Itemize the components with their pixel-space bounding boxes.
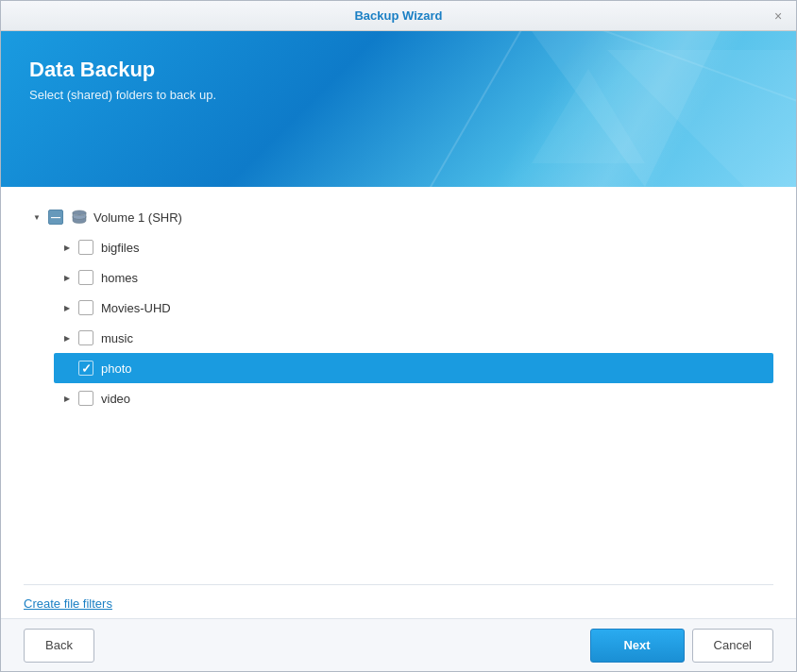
tree-toggle-video[interactable] bbox=[59, 391, 75, 406]
tree-toggle-homes[interactable] bbox=[59, 270, 75, 285]
tree-toggle-music[interactable] bbox=[59, 330, 75, 345]
tree-label-movies-uhd: Movies-UHD bbox=[101, 301, 171, 315]
right-button-group: Next Cancel bbox=[590, 629, 773, 663]
tree-checkbox-bigfiles[interactable] bbox=[78, 240, 93, 255]
banner: Data Backup Select (shared) folders to b… bbox=[1, 31, 796, 187]
tree-item-movies-uhd[interactable]: Movies-UHD bbox=[54, 293, 773, 323]
tree-toggle-volume[interactable] bbox=[29, 210, 44, 225]
dialog-title: Backup Wizard bbox=[354, 8, 442, 23]
tree-item-bigfiles[interactable]: bigfiles bbox=[54, 232, 773, 262]
tree-checkbox-movies-uhd[interactable] bbox=[78, 300, 93, 315]
tree-label-volume: Volume 1 (SHR) bbox=[93, 210, 182, 225]
tree-checkbox-homes[interactable] bbox=[78, 270, 93, 285]
tree-item-music[interactable]: music bbox=[54, 323, 773, 353]
tree-item-volume[interactable]: Volume 1 (SHR) bbox=[24, 202, 773, 232]
content-area: Volume 1 (SHR) bigfileshomesMovies-UHDmu… bbox=[1, 187, 796, 584]
tree-children-volume: bigfileshomesMovies-UHDmusicphotovideo bbox=[24, 232, 773, 413]
tree-label-photo: photo bbox=[101, 361, 132, 376]
banner-subtitle: Select (shared) folders to back up. bbox=[29, 88, 768, 102]
tree-label-bigfiles: bigfiles bbox=[101, 241, 139, 255]
tree-toggle-bigfiles[interactable] bbox=[59, 240, 75, 255]
tree-label-video: video bbox=[101, 392, 130, 406]
next-button[interactable]: Next bbox=[590, 629, 685, 663]
tree-item-video[interactable]: video bbox=[54, 383, 773, 413]
svg-point-0 bbox=[73, 210, 86, 215]
banner-title: Data Backup bbox=[29, 58, 768, 82]
footer-link-area: Create file filters bbox=[1, 584, 796, 618]
footer-divider bbox=[24, 584, 773, 585]
back-button[interactable]: Back bbox=[24, 629, 94, 663]
titlebar: Backup Wizard × bbox=[1, 1, 796, 31]
database-icon bbox=[71, 210, 88, 226]
tree-label-music: music bbox=[101, 331, 133, 345]
tree-item-homes[interactable]: homes bbox=[54, 262, 773, 293]
tree-checkbox-video[interactable] bbox=[78, 391, 93, 406]
tree-checkbox-volume[interactable] bbox=[48, 210, 63, 225]
tree-toggle-movies-uhd[interactable] bbox=[59, 300, 75, 315]
footer-buttons: Back Next Cancel bbox=[1, 618, 796, 671]
folder-tree: Volume 1 (SHR) bigfileshomesMovies-UHDmu… bbox=[24, 202, 773, 413]
dialog-window: Backup Wizard × Data Backup Select (shar… bbox=[0, 0, 797, 672]
tree-item-photo[interactable]: photo bbox=[54, 353, 773, 383]
tree-checkbox-music[interactable] bbox=[78, 330, 93, 345]
cancel-button[interactable]: Cancel bbox=[692, 629, 773, 663]
tree-checkbox-photo[interactable] bbox=[78, 361, 93, 376]
create-file-filters-link[interactable]: Create file filters bbox=[24, 596, 112, 611]
banner-decoration-3 bbox=[532, 69, 645, 163]
close-button[interactable]: × bbox=[770, 8, 787, 25]
tree-label-homes: homes bbox=[101, 271, 138, 285]
